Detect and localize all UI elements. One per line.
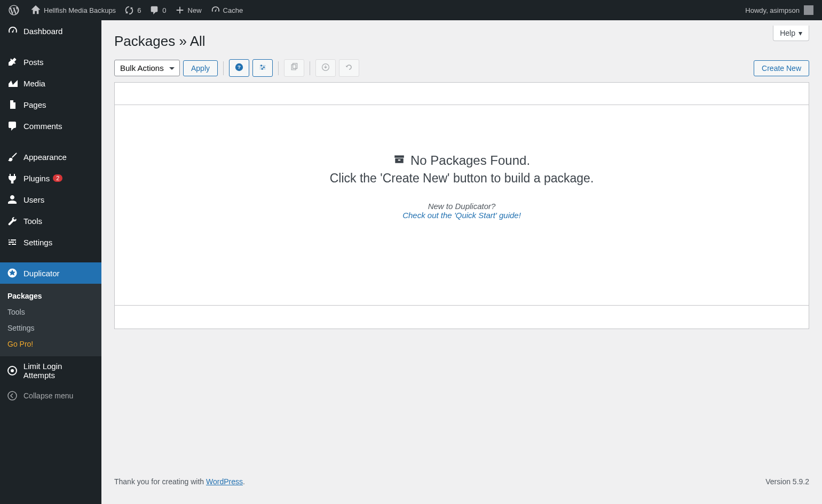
copy-icon [290,65,298,73]
sidebar-item-label: Appearance [23,153,67,162]
sidebar-item-label: Users [23,195,44,204]
create-new-button[interactable]: Create New [754,60,809,76]
user-icon [6,194,18,205]
sidebar-item-users[interactable]: Users [0,189,101,210]
sidebar-item-label: Dashboard [23,27,62,36]
restore-button[interactable] [339,59,359,77]
howdy-text: Howdy, asimpson [745,6,800,14]
submenu-item-tools[interactable]: Tools [0,304,101,320]
comments-link[interactable]: 0 [145,0,170,20]
sidebar-item-label: Plugins [23,174,50,183]
cache-label: Cache [223,6,243,14]
updates-count: 6 [137,6,141,14]
sidebar-item-comments[interactable]: Comments [0,115,101,137]
sidebar-item-dashboard[interactable]: Dashboard [0,20,101,42]
new-label: New [188,6,202,14]
gauge-icon [210,5,220,15]
update-icon [124,5,134,15]
sidebar-item-limit-login[interactable]: Limit Login Attempts [0,356,101,385]
new-to-duplicator: New to Duplicator? [125,202,798,211]
wordpress-icon [9,5,19,15]
plugins-badge: 2 [53,174,62,182]
submenu-item-settings[interactable]: Settings [0,320,101,336]
submenu-item-gopro[interactable]: Go Pro! [0,336,101,352]
pin-icon [6,57,18,67]
wrench-icon [6,215,18,226]
updates-link[interactable]: 6 [120,0,145,20]
footer-version: Version 5.9.2 [765,477,809,486]
footer-thankyou: Thank you for creating with WordPress. [114,477,245,486]
quick-start-link[interactable]: Check out the 'Quick Start' guide! [402,211,521,220]
sliders-icon [258,65,267,73]
comment-icon [149,5,159,15]
wordpress-link[interactable]: WordPress [206,477,243,486]
svg-point-1 [11,369,14,372]
plugin-icon [6,173,18,183]
duplicator-submenu: Packages Tools Settings Go Pro! [0,284,101,356]
sidebar-item-appearance[interactable]: Appearance [0,146,101,167]
sidebar-item-label: Limit Login Attempts [23,362,95,380]
comments-count: 0 [162,6,166,14]
collapse-label: Collapse menu [23,391,73,400]
settings-button[interactable] [252,59,273,77]
undo-icon [345,65,353,73]
bulk-actions-select[interactable]: Bulk Actions [114,60,180,76]
apply-button[interactable]: Apply [183,60,218,76]
packages-table: No Packages Found. Click the 'Create New… [114,82,809,329]
sidebar-item-tools[interactable]: Tools [0,210,101,231]
archive-icon [393,153,405,168]
table-footer [115,305,809,329]
brush-icon [6,151,18,162]
home-icon [31,5,41,15]
copy-button[interactable] [284,59,304,77]
table-empty-state: No Packages Found. Click the 'Create New… [115,105,809,305]
site-link[interactable]: Hellfish Media Backups [27,0,120,20]
toolbar-separator [223,61,224,75]
avatar-icon [804,5,813,15]
no-packages-text: No Packages Found. [410,153,530,168]
question-icon: ? [235,65,243,73]
sidebar-item-duplicator[interactable]: Duplicator [0,262,101,284]
toolbar-separator [310,61,310,75]
collapse-menu[interactable]: Collapse menu [0,385,101,406]
svg-rect-8 [291,65,296,70]
new-link[interactable]: New [171,0,206,20]
page-icon [6,99,18,110]
sliders-icon [6,237,18,247]
svg-rect-13 [398,159,400,161]
svg-point-7 [262,68,263,70]
sidebar-item-label: Settings [23,238,52,247]
sidebar-item-label: Media [23,79,45,88]
wp-logo[interactable] [4,0,27,20]
table-header [115,83,809,105]
sidebar-item-settings[interactable]: Settings [0,231,101,253]
duplicator-icon [6,268,18,278]
account-link[interactable]: Howdy, asimpson [741,0,818,20]
sidebar-item-plugins[interactable]: Plugins 2 [0,167,101,189]
comment-icon [6,121,18,131]
sidebar-item-label: Posts [23,58,44,67]
empty-subline: Click the 'Create New' button to build a… [125,171,798,186]
media-icon [6,78,18,89]
sidebar-item-label: Duplicator [23,269,60,278]
download-button[interactable] [315,59,336,77]
submenu-item-packages[interactable]: Packages [0,288,101,304]
sidebar-item-media[interactable]: Media [0,73,101,94]
help-tab[interactable]: Help ▾ [773,26,809,41]
svg-rect-9 [293,63,297,69]
site-name: Hellfish Media Backups [44,6,116,14]
svg-point-6 [263,66,265,68]
download-icon [321,65,330,73]
collapse-icon [6,390,18,401]
dashboard-icon [6,26,18,36]
sidebar-item-posts[interactable]: Posts [0,51,101,73]
toolbar-separator [278,61,279,75]
page-title: Packages » All [114,20,809,59]
svg-rect-11 [394,155,404,157]
sidebar-item-label: Tools [23,217,42,226]
svg-point-5 [260,65,262,66]
svg-point-2 [8,391,17,400]
cache-link[interactable]: Cache [206,0,248,20]
sidebar-item-pages[interactable]: Pages [0,94,101,115]
help-button[interactable]: ? [229,59,249,77]
